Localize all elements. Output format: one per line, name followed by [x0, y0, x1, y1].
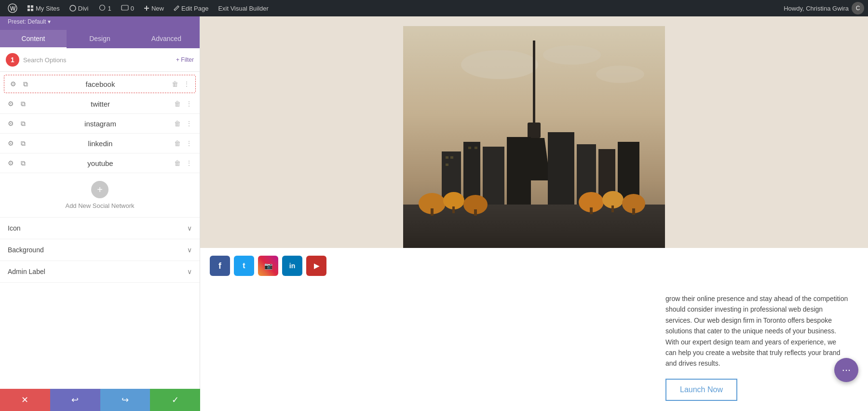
social-item-linkedin[interactable]: ⚙ ⧉ linkedin 🗑 ⋮: [0, 134, 200, 153]
add-new-social-button[interactable]: +: [91, 181, 108, 198]
svg-rect-8: [122, 5, 128, 10]
social-item-facebook[interactable]: ⚙ ⧉ facebook 🗑 ⋮: [4, 75, 196, 93]
svg-rect-27: [450, 156, 453, 159]
duplicate-icon[interactable]: ⧉: [18, 158, 28, 168]
linkedin-follow-icon[interactable]: in: [282, 256, 302, 276]
settings-icon[interactable]: ⚙: [6, 158, 15, 168]
svg-rect-4: [27, 9, 30, 11]
svg-rect-5: [31, 9, 33, 11]
delete-icon[interactable]: 🗑: [173, 119, 182, 128]
tab-design[interactable]: Design: [67, 30, 133, 48]
exit-visual-builder-btn[interactable]: Exit Visual Builder: [214, 0, 272, 16]
svg-rect-3: [31, 5, 33, 8]
svg-rect-16: [528, 123, 541, 138]
content-left-col: [200, 284, 646, 411]
duplicate-icon[interactable]: ⧉: [21, 79, 30, 89]
drag-icon[interactable]: ⋮: [184, 158, 194, 168]
duplicate-icon[interactable]: ⧉: [18, 119, 28, 128]
tab-advanced[interactable]: Advanced: [133, 30, 200, 48]
content-columns: grow their online presence and stay ahea…: [200, 284, 868, 411]
floating-action-button[interactable]: ···: [834, 358, 858, 382]
edit-page-btn[interactable]: Edit Page: [170, 0, 212, 16]
facebook-follow-icon[interactable]: f: [210, 256, 230, 276]
accordion-background: Background ∨: [0, 239, 200, 261]
social-item-name: linkedin: [32, 139, 169, 148]
delete-icon[interactable]: 🗑: [170, 79, 180, 89]
settings-panel: Social Media Follow Settings ⊡ ⊞ ⋮ Prese…: [0, 0, 200, 411]
panel-tabs: Content Design Advanced: [0, 30, 200, 48]
item-count-badge: 1: [6, 53, 19, 67]
svg-rect-38: [431, 208, 434, 216]
svg-rect-43: [632, 208, 635, 215]
svg-rect-42: [611, 206, 614, 212]
comments-btn[interactable]: 1: [95, 0, 115, 16]
accordion-icon-header[interactable]: Icon ∨: [0, 218, 200, 239]
svg-rect-26: [446, 156, 448, 159]
chat-btn[interactable]: 0: [117, 0, 138, 16]
cancel-button[interactable]: ✕: [0, 389, 50, 411]
svg-rect-40: [474, 209, 477, 216]
wp-admin-bar: W My Sites Divi 1 0 New Edit Page Exit V…: [0, 0, 868, 16]
chevron-down-icon: ∨: [187, 246, 192, 254]
delete-icon[interactable]: 🗑: [173, 158, 182, 168]
svg-rect-31: [403, 205, 665, 248]
accordion-icon: Icon ∨: [0, 218, 200, 239]
article-text: grow their online presence and stay ahea…: [656, 288, 858, 369]
duplicate-icon[interactable]: ⧉: [18, 99, 28, 109]
accordion-admin-label: Admin Label ∨: [0, 261, 200, 283]
redo-button[interactable]: ↪: [100, 389, 150, 411]
social-item-twitter[interactable]: ⚙ ⧉ twitter 🗑 ⋮: [0, 94, 200, 114]
svg-rect-29: [468, 147, 471, 149]
bottom-toolbar: ✕ ↩ ↪ ✓: [0, 389, 200, 411]
filter-button[interactable]: + Filter: [176, 56, 194, 63]
new-btn[interactable]: New: [140, 0, 168, 16]
duplicate-icon[interactable]: ⧉: [18, 138, 28, 148]
page-wrapper: f t 📷 in ▶ grow their online presence an…: [200, 16, 868, 411]
my-sites-btn[interactable]: My Sites: [23, 0, 64, 16]
drag-icon[interactable]: ⋮: [182, 79, 191, 89]
accordion-background-header[interactable]: Background ∨: [0, 239, 200, 260]
svg-rect-21: [507, 137, 531, 214]
svg-point-12: [461, 50, 538, 79]
divi-btn[interactable]: Divi: [66, 0, 93, 16]
launch-now-button[interactable]: Launch Now: [665, 379, 737, 401]
preset-selector[interactable]: Preset: Default ▾: [8, 18, 192, 25]
social-icons-row: f t 📷 in ▶: [210, 248, 868, 284]
save-button[interactable]: ✓: [150, 389, 200, 411]
delete-icon[interactable]: 🗑: [173, 99, 182, 109]
svg-rect-39: [452, 206, 455, 213]
accordion-admin-label-header[interactable]: Admin Label ∨: [0, 261, 200, 282]
svg-text:W: W: [10, 5, 16, 12]
settings-icon[interactable]: ⚙: [6, 119, 15, 128]
social-item-instagram[interactable]: ⚙ ⧉ instagram 🗑 ⋮: [0, 114, 200, 134]
settings-icon[interactable]: ⚙: [6, 138, 15, 148]
drag-icon[interactable]: ⋮: [184, 119, 194, 128]
add-new-label: Add New Social Network: [65, 202, 134, 209]
delete-icon[interactable]: 🗑: [173, 138, 182, 148]
search-input[interactable]: [23, 56, 172, 64]
instagram-follow-icon[interactable]: 📷: [258, 256, 278, 276]
settings-icon[interactable]: ⚙: [6, 99, 15, 109]
hero-image: [403, 26, 665, 248]
chevron-down-icon: ∨: [187, 268, 192, 275]
svg-point-7: [99, 5, 105, 11]
svg-point-13: [543, 45, 601, 65]
drag-icon[interactable]: ⋮: [184, 99, 194, 109]
wp-logo[interactable]: W: [4, 0, 21, 16]
tab-content[interactable]: Content: [0, 30, 67, 48]
add-new-section: + Add New Social Network: [0, 173, 200, 218]
social-item-name: youtube: [32, 159, 169, 167]
svg-point-14: [596, 66, 644, 83]
drag-icon[interactable]: ⋮: [184, 138, 194, 148]
settings-icon[interactable]: ⚙: [8, 79, 18, 89]
social-network-list: ⚙ ⧉ facebook 🗑 ⋮ ⚙ ⧉ twitter 🗑 ⋮ ⚙: [0, 72, 200, 411]
twitter-follow-icon[interactable]: t: [234, 256, 254, 276]
social-item-youtube[interactable]: ⚙ ⧉ youtube 🗑 ⋮: [0, 153, 200, 173]
svg-rect-28: [446, 164, 448, 166]
search-bar: 1 + Filter: [0, 48, 200, 72]
youtube-follow-icon[interactable]: ▶: [306, 256, 326, 276]
svg-rect-30: [475, 147, 477, 149]
chevron-down-icon: ∨: [187, 224, 192, 232]
undo-button[interactable]: ↩: [50, 389, 100, 411]
social-item-name: twitter: [32, 100, 169, 108]
